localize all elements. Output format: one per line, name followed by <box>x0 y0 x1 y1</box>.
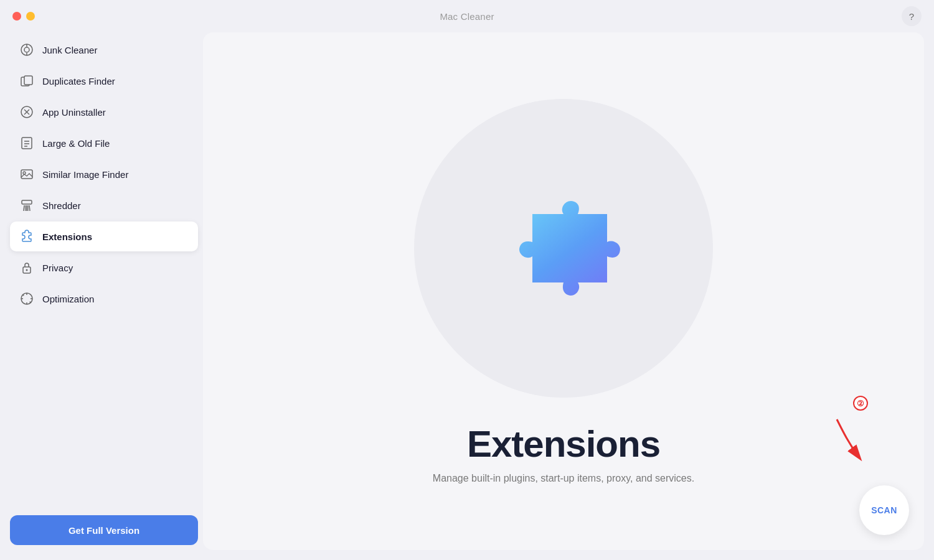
sidebar-label-app-uninstaller: App Uninstaller <box>42 107 106 118</box>
privacy-icon <box>20 261 34 274</box>
extensions-icon <box>20 230 34 243</box>
svg-rect-15 <box>22 200 32 204</box>
content-area: Extensions Manage built-in plugins, star… <box>203 32 924 550</box>
sidebar-item-large-old-file[interactable]: Large & Old File <box>10 128 198 158</box>
content-subtitle: Manage built-in plugins, start-up items,… <box>433 473 694 484</box>
sidebar-label-duplicates-finder: Duplicates Finder <box>42 76 115 86</box>
sidebar-label-large-old-file: Large & Old File <box>42 138 110 149</box>
minimize-button[interactable] <box>26 12 35 21</box>
sidebar-label-junk-cleaner: Junk Cleaner <box>42 45 97 55</box>
scan-button[interactable]: SCAN <box>859 485 909 535</box>
svg-line-16 <box>24 205 24 211</box>
sidebar-item-shredder[interactable]: Shredder <box>10 190 198 220</box>
shredder-icon <box>20 198 34 212</box>
puzzle-illustration <box>492 177 635 320</box>
file-icon <box>20 136 34 150</box>
sidebar-label-shredder: Shredder <box>42 200 81 211</box>
sidebar-item-optimization[interactable]: Optimization <box>10 284 198 314</box>
annotation-2-number: ② <box>853 396 868 411</box>
sidebar-item-similar-image-finder[interactable]: Similar Image Finder <box>10 159 198 189</box>
titlebar: Mac Cleaner ? <box>0 0 934 32</box>
hero-circle <box>414 99 713 398</box>
sidebar: Junk Cleaner Duplicates Finder <box>10 32 203 550</box>
junk-icon <box>20 43 34 57</box>
app-title: Mac Cleaner <box>440 11 494 22</box>
get-full-version-button[interactable]: Get Full Version <box>10 515 198 545</box>
sidebar-label-privacy: Privacy <box>42 263 73 273</box>
traffic-lights <box>12 12 35 21</box>
close-button[interactable] <box>12 12 21 21</box>
main-layout: Junk Cleaner Duplicates Finder <box>0 32 934 560</box>
image-icon <box>20 167 34 181</box>
help-button[interactable]: ? <box>902 6 922 26</box>
sidebar-item-duplicates-finder[interactable]: Duplicates Finder <box>10 66 198 96</box>
svg-line-29 <box>30 302 31 303</box>
svg-rect-5 <box>24 76 32 85</box>
svg-point-1 <box>24 47 29 52</box>
sidebar-label-similar-image-finder: Similar Image Finder <box>42 169 128 180</box>
svg-rect-13 <box>21 170 32 179</box>
annotation-2-arrow <box>818 413 868 463</box>
sidebar-item-app-uninstaller[interactable]: App Uninstaller <box>10 97 198 127</box>
svg-line-28 <box>22 294 24 296</box>
svg-point-22 <box>26 269 28 271</box>
sidebar-item-privacy[interactable]: Privacy <box>10 253 198 282</box>
sidebar-item-junk-cleaner[interactable]: Junk Cleaner <box>10 35 198 65</box>
svg-rect-9 <box>22 138 32 149</box>
duplicates-icon <box>20 74 34 88</box>
uninstaller-icon <box>20 105 34 119</box>
sidebar-item-extensions[interactable]: Extensions <box>10 222 198 251</box>
annotation-2: ② <box>818 396 868 463</box>
content-title: Extensions <box>467 422 660 465</box>
header-right: ? <box>902 6 922 26</box>
sidebar-label-optimization: Optimization <box>42 294 94 304</box>
optimization-icon <box>20 292 34 306</box>
nav-list: Junk Cleaner Duplicates Finder <box>10 32 198 508</box>
svg-line-18 <box>29 205 30 211</box>
sidebar-label-extensions: Extensions <box>42 231 92 242</box>
